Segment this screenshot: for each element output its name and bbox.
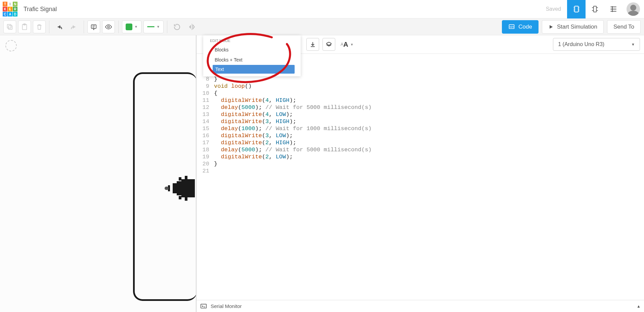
edit-mode-dropdown[interactable]: EDIT MODE BlocksBlocks + TextText (203, 35, 301, 76)
board-selector-label: 1 (Arduino Uno R3) (558, 41, 604, 47)
svg-rect-17 (7, 24, 11, 28)
wire-dash-icon (147, 26, 155, 27)
svg-rect-16 (8, 26, 12, 29)
paste-button[interactable] (18, 21, 31, 33)
text-size-picker[interactable]: AA ▼ (339, 38, 355, 51)
mirror-button[interactable] (185, 21, 198, 33)
send-to-button[interactable]: Send To (607, 20, 641, 34)
redo-button[interactable] (68, 21, 80, 33)
circuit-view-icon[interactable] (567, 0, 586, 18)
component-list-icon[interactable] (604, 0, 622, 18)
download-code-button[interactable] (306, 38, 319, 51)
edit-mode-option[interactable]: Blocks + Text (203, 55, 301, 65)
zoom-to-fit-button[interactable] (5, 40, 17, 51)
svg-rect-30 (179, 177, 181, 181)
code-button-label: Code (518, 24, 532, 30)
serial-monitor-icon (200, 303, 207, 310)
delete-button[interactable] (33, 21, 46, 33)
serial-monitor-label: Serial Monitor (211, 303, 242, 309)
chevron-up-icon: ▲ (637, 304, 641, 309)
edit-mode-option[interactable]: Blocks (203, 45, 301, 55)
svg-rect-32 (185, 176, 187, 181)
code-editor[interactable]: 56789101112131415161718192021 pinMode(4,… (197, 54, 644, 300)
workspace: EDIT MODE BlocksBlocks + TextText AA ▼ 1… (0, 35, 644, 312)
svg-rect-29 (165, 187, 169, 190)
edit-mode-heading: EDIT MODE (203, 38, 301, 45)
circuit-canvas[interactable] (0, 35, 196, 312)
libraries-button[interactable] (323, 38, 335, 51)
wire-style-picker[interactable]: ▼ (143, 21, 164, 33)
board-selector[interactable]: 1 (Arduino Uno R3) ▼ (553, 38, 640, 51)
code-panel: EDIT MODE BlocksBlocks + TextText AA ▼ 1… (196, 35, 644, 312)
code-body[interactable]: pinMode(4, OUTPUT); pinMode(3, OUTPUT); … (212, 54, 644, 300)
save-status: Saved (546, 6, 561, 12)
code-toolbar: EDIT MODE BlocksBlocks + TextText AA ▼ 1… (197, 35, 644, 54)
svg-rect-33 (185, 196, 187, 201)
send-to-label: Send To (613, 24, 634, 30)
user-avatar[interactable] (627, 2, 640, 16)
start-simulation-label: Start Simulation (557, 24, 597, 30)
chevron-down-icon: ▼ (157, 25, 160, 29)
svg-rect-31 (179, 196, 181, 199)
serial-monitor-bar[interactable]: Serial Monitor ▲ (197, 300, 644, 312)
line-number-gutter: 56789101112131415161718192021 (197, 54, 212, 300)
component-connector[interactable] (161, 170, 198, 207)
visibility-toggle-button[interactable] (102, 21, 115, 33)
project-title[interactable]: Trafic Signal (24, 6, 57, 13)
edit-mode-option[interactable]: Text (213, 65, 295, 74)
svg-rect-7 (593, 6, 596, 12)
svg-rect-0 (574, 6, 578, 12)
color-picker[interactable]: ▼ (122, 21, 141, 33)
copy-button[interactable] (3, 21, 16, 33)
svg-rect-34 (201, 304, 207, 308)
color-swatch-icon (126, 24, 132, 30)
chevron-down-icon: ▼ (631, 42, 635, 46)
code-button[interactable]: Code (502, 20, 539, 34)
chevron-down-icon: ▼ (134, 25, 138, 29)
schematic-view-icon[interactable] (586, 0, 604, 18)
main-toolbar: ▼ ▼ Code Start Simulation Send To (0, 18, 644, 35)
chevron-down-icon: ▼ (350, 43, 353, 46)
app-header: TINKERCAD Trafic Signal Saved (0, 0, 644, 18)
svg-point-23 (108, 26, 110, 28)
svg-rect-20 (91, 25, 96, 28)
svg-rect-25 (181, 179, 195, 197)
start-simulation-button[interactable]: Start Simulation (542, 20, 604, 34)
annotation-button[interactable] (87, 21, 100, 33)
tinkercad-logo[interactable]: TINKERCAD (3, 2, 17, 16)
svg-rect-27 (173, 183, 178, 193)
rotate-button[interactable] (171, 21, 183, 33)
undo-button[interactable] (53, 21, 66, 33)
